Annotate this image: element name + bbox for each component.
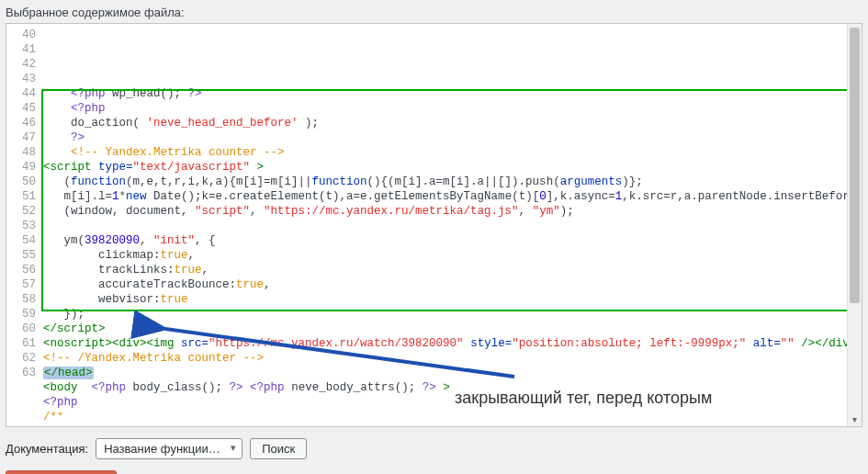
search-button[interactable]: Поиск xyxy=(250,438,307,459)
line-number: 59 xyxy=(6,307,36,322)
code-line[interactable] xyxy=(43,219,847,233)
line-number: 58 xyxy=(6,292,36,307)
line-number: 61 xyxy=(6,336,36,351)
code-editor[interactable]: 4041424344454647484950515253545556575859… xyxy=(6,23,862,427)
code-line[interactable]: <noscript><div><img src="https://mc.yand… xyxy=(43,336,847,351)
code-line[interactable]: }); xyxy=(43,307,847,322)
code-line[interactable]: clickmap:true, xyxy=(43,248,847,263)
line-number: 45 xyxy=(6,101,36,116)
code-line[interactable]: <?php xyxy=(43,101,847,116)
code-line[interactable]: <!-- Yandex.Metrika counter --> xyxy=(43,145,847,160)
line-number: 57 xyxy=(6,277,36,292)
code-line[interactable]: webvisor:true xyxy=(43,292,847,307)
editor-viewport: 4041424344454647484950515253545556575859… xyxy=(6,24,847,426)
code-line[interactable]: ym(39820090, "init", { xyxy=(43,233,847,248)
code-line[interactable]: m[i].l=1*new Date();k=e.createElement(t)… xyxy=(43,189,847,204)
update-file-button[interactable]: Обновить файл xyxy=(6,470,117,474)
code-area[interactable]: закрывающий тег, перед которым нужно вст… xyxy=(43,28,847,426)
function-select-value: Название функции… xyxy=(104,442,220,456)
line-number: 42 xyxy=(6,57,36,72)
code-line[interactable]: * Executes actions after the body tag is… xyxy=(43,424,847,426)
line-number: 40 xyxy=(6,28,36,42)
line-number: 48 xyxy=(6,145,36,160)
line-number: 55 xyxy=(6,248,36,263)
code-line[interactable]: <?php wp_head(); ?> xyxy=(43,86,847,101)
code-line[interactable]: </script> xyxy=(43,322,847,336)
documentation-label: Документация: xyxy=(6,442,88,456)
line-number: 44 xyxy=(6,86,36,101)
code-line[interactable]: (function(m,e,t,r,i,k,a){m[i]=m[i]||func… xyxy=(43,175,847,189)
code-line[interactable]: <!-- /Yandex.Metrika counter --> xyxy=(43,351,847,366)
scroll-down-arrow[interactable]: ▾ xyxy=(848,412,862,426)
line-number: 54 xyxy=(6,233,36,248)
line-number: 52 xyxy=(6,204,36,219)
vertical-scrollbar[interactable]: ▴ ▾ xyxy=(847,24,862,426)
line-number: 56 xyxy=(6,263,36,277)
documentation-row: Документация: Название функции… Поиск xyxy=(0,434,868,467)
line-number: 60 xyxy=(6,322,36,336)
code-line[interactable]: /** xyxy=(43,410,847,424)
line-number: 51 xyxy=(6,189,36,204)
line-number: 49 xyxy=(6,160,36,175)
line-gutter: 4041424344454647484950515253545556575859… xyxy=(6,28,43,426)
code-line[interactable]: accurateTrackBounce:true, xyxy=(43,277,847,292)
line-number: 46 xyxy=(6,116,36,130)
scrollbar-thumb[interactable] xyxy=(850,28,860,303)
code-line[interactable]: ?> xyxy=(43,130,847,145)
code-line[interactable]: <body <?php body_class(); ?> <?php neve_… xyxy=(43,380,847,395)
line-number: 63 xyxy=(6,366,36,380)
code-line[interactable]: trackLinks:true, xyxy=(43,263,847,277)
line-number: 47 xyxy=(6,130,36,145)
line-number: 62 xyxy=(6,351,36,366)
code-line[interactable]: (window, document, "script", "https://mc… xyxy=(43,204,847,219)
line-number: 50 xyxy=(6,175,36,189)
code-line[interactable]: </head> xyxy=(43,366,847,380)
panel-label: Выбранное содержимое файла: xyxy=(0,0,868,23)
function-select[interactable]: Название функции… xyxy=(96,438,242,459)
code-line[interactable]: <?php xyxy=(43,395,847,410)
code-line[interactable]: do_action( 'neve_head_end_before' ); xyxy=(43,116,847,130)
line-number: 53 xyxy=(6,219,36,233)
line-number: 43 xyxy=(6,72,36,86)
line-number: 41 xyxy=(6,42,36,57)
code-line[interactable]: <script type="text/javascript" > xyxy=(43,160,847,175)
